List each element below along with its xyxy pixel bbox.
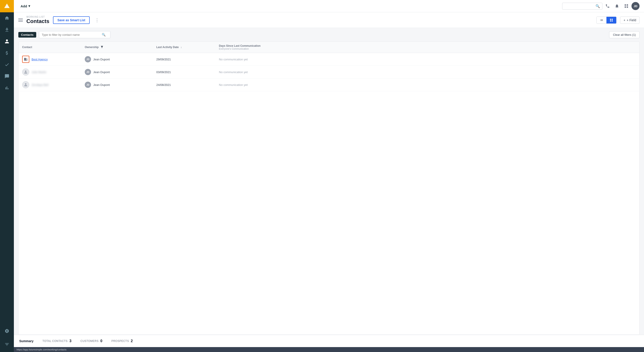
statusbar: https://app.futuresimple.com/working/con… [14,347,644,352]
customers-value: 0 [100,339,102,343]
sidebar [0,0,14,352]
contacts-table: Contact Ownership [18,42,639,91]
prospects-label: PROSPECTS [111,340,129,342]
ownership-cell-0: JDJean Dupont [81,53,153,66]
working-list-label: WORKING LIST [26,16,50,18]
customers-stat: CUSTOMERS 0 [80,339,102,343]
sidebar-item-tasks[interactable] [0,59,14,70]
col-header-contact: Contact [18,42,81,53]
sidebar-item-deals[interactable] [0,47,14,59]
company-icon [22,56,29,63]
col-header-ownership: Ownership [81,42,153,53]
total-contacts-label: TOTAL CONTACTS [42,340,68,342]
sort-desc-icon: ↓ [180,46,182,49]
person-icon [22,81,29,88]
filter-search-icon: 🔍 [102,33,106,36]
grid-view-button[interactable] [606,17,616,24]
customers-label: CUSTOMERS [80,340,98,342]
statusbar-url: https://app.futuresimple.com/working/con… [16,348,66,351]
owner-avatar: JD [85,69,91,75]
topbar: Add ▾ 🔍 JD [14,0,644,12]
days-since-1: No communication yet [215,66,639,78]
add-field-button[interactable]: + + Field [620,16,640,24]
grid-icon[interactable] [622,2,630,10]
table-row: Zendaya BellJDJean Dupont24/08/2021No co… [18,78,639,91]
activity-date-0: 29/09/2021 [153,53,215,66]
summary-label: Summary [19,339,34,343]
sidebar-item-download[interactable] [0,24,14,36]
filter-search-box[interactable]: 🔍 [39,31,110,38]
contacts-table-container: Contact Ownership [18,41,640,335]
col-header-activity[interactable]: Last Activity Date ↓ [153,42,215,53]
topbar-right: 🔍 JD [562,2,640,10]
contact-name: Zendaya Bell [32,83,48,86]
global-search-box[interactable]: 🔍 [562,3,602,10]
total-contacts-stat: TOTAL CONTACTS 3 [42,339,72,343]
prospects-stat: PROSPECTS 2 [111,339,133,343]
table-row: Julie MartinJDJean Dupont03/09/2021No co… [18,66,639,78]
sidebar-item-home[interactable] [0,12,14,24]
activity-date-1: 03/09/2021 [153,66,215,78]
content-area: Contacts 🔍 Clear all filters (1) Contact [14,28,644,335]
sidebar-item-messages[interactable] [0,70,14,82]
phone-icon[interactable] [603,2,612,10]
owner-avatar: JD [85,82,91,88]
sidebar-item-reports[interactable] [0,82,14,94]
person-icon [22,68,29,76]
add-field-plus-icon: + [624,18,625,22]
user-avatar[interactable]: JD [632,2,640,10]
owner-avatar: JD [85,56,91,62]
page-header: WORKING LIST Contacts Save as Smart List… [14,12,644,28]
summary-bar: Summary TOTAL CONTACTS 3 CUSTOMERS 0 PRO… [14,335,644,347]
table-header-row: Contact Ownership [18,42,639,53]
owner-name: Jean Dupont [93,70,110,74]
total-contacts-value: 3 [69,339,71,343]
days-since-2: No communication yet [215,78,639,91]
add-field-label: + Field [627,18,636,22]
days-since-0: No communication yet [215,53,639,66]
contact-cell-0: Best Agency [18,53,81,66]
activity-date-2: 24/08/2021 [153,78,215,91]
more-options-button[interactable]: ⋮ [93,16,101,24]
bell-icon[interactable] [613,2,621,10]
sidebar-item-contacts[interactable] [0,36,14,47]
filter-search-input[interactable] [42,33,100,36]
table-row: Best AgencyJDJean Dupont29/09/2021No com… [18,53,639,66]
contacts-badge: Contacts [18,32,36,38]
owner-name: Jean Dupont [93,58,110,61]
sidebar-item-settings[interactable] [0,325,14,337]
contact-cell-1: Julie Martin [18,66,81,78]
ownership-filter-icon[interactable] [100,46,104,49]
svg-marker-0 [4,4,10,8]
contact-name: Julie Martin [32,70,46,74]
ownership-cell-1: JDJean Dupont [81,66,153,78]
save-smart-list-button[interactable]: Save as Smart List [53,16,90,24]
global-search-input[interactable] [564,4,594,8]
app-logo[interactable] [0,0,14,12]
filter-bar: Contacts 🔍 Clear all filters (1) [14,28,644,41]
page-title-group: WORKING LIST Contacts [26,16,50,24]
add-chevron-icon: ▾ [28,4,30,8]
contact-name[interactable]: Best Agency [32,58,48,61]
main-content: Add ▾ 🔍 JD WORKING LIST [14,0,644,352]
prospects-value: 2 [131,339,133,343]
search-icon: 🔍 [596,4,600,8]
menu-toggle[interactable] [18,18,23,22]
col-header-days-since: Days Since Last Communication Everyone's… [215,42,639,53]
view-toggle [596,16,616,24]
ownership-cell-2: JDJean Dupont [81,78,153,91]
clear-filters-button[interactable]: Clear all filters (1) [609,31,640,38]
list-view-button[interactable] [596,17,606,24]
sidebar-item-funnel[interactable] [0,338,14,350]
contact-cell-2: Zendaya Bell [18,78,81,91]
page-title: Contacts [26,18,50,24]
add-button[interactable]: Add ▾ [18,3,32,10]
add-label: Add [20,4,27,8]
owner-name: Jean Dupont [93,83,110,86]
